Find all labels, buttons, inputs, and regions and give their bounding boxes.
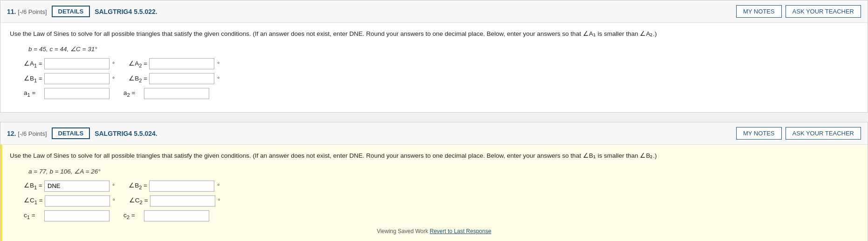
ask-teacher-button-12[interactable]: ASK YOUR TEACHER <box>786 127 861 140</box>
input-a2[interactable] <box>149 58 214 69</box>
problem-11-row-2: ∠B1 = ° ∠B2 = ° <box>24 73 858 84</box>
problem-12-row-1: ∠B1 = ° ∠B2 = ° <box>24 181 858 192</box>
field-group-12-b1: ∠B1 = ° <box>24 181 115 192</box>
problem-11-header: 11. [-/6 Points] DETAILS SALGTRIG4 5.5.0… <box>0 0 868 23</box>
problem-12-body: Use the Law of Sines to solve for all po… <box>0 145 868 241</box>
input-12-b1[interactable] <box>44 181 109 192</box>
unit-12-c2: ° <box>218 197 220 204</box>
field-group-a1: ∠A1 = ° <box>24 58 115 69</box>
input-b1[interactable] <box>44 73 109 84</box>
problem-12-code: SALGTRIG4 5.5.024. <box>95 130 736 137</box>
problem-12-fields: ∠B1 = ° ∠B2 = ° ∠C1 = ° ∠C2 = <box>24 181 858 221</box>
input-12-cv2[interactable] <box>144 210 209 221</box>
problem-12-number: 12. [-/6 Points] <box>7 130 47 137</box>
input-av2[interactable] <box>144 88 209 99</box>
revert-link[interactable]: Revert to Last Response <box>430 228 491 234</box>
unit-12-b2: ° <box>217 182 219 189</box>
problem-11-header-buttons: MY NOTES ASK YOUR TEACHER <box>736 5 861 18</box>
details-button-11[interactable]: DETAILS <box>52 6 90 17</box>
input-b2[interactable] <box>149 73 214 84</box>
field-group-av1: a1 = <box>24 88 109 99</box>
label-a1: ∠A1 = <box>24 60 42 68</box>
field-group-av2: a2 = <box>123 88 209 99</box>
viewing-saved-work: Viewing Saved Work Revert to Last Respon… <box>10 228 858 234</box>
spacer2 <box>0 118 868 122</box>
my-notes-button-12[interactable]: MY NOTES <box>736 127 782 140</box>
field-group-12-c1: ∠C1 = ° <box>24 195 115 207</box>
ask-teacher-button-11[interactable]: ASK YOUR TEACHER <box>786 5 861 18</box>
field-group-12-cv1: c1 = <box>24 210 109 221</box>
label-12-cv1: c1 = <box>24 212 42 220</box>
input-12-cv1[interactable] <box>44 210 109 221</box>
field-group-b2: ∠B2 = ° <box>129 73 219 84</box>
label-b2: ∠B2 = <box>129 74 147 83</box>
problem-12-header-buttons: MY NOTES ASK YOUR TEACHER <box>736 127 861 140</box>
unit-12-b1: ° <box>112 182 115 189</box>
label-12-c1: ∠C1 = <box>24 196 43 205</box>
problem-11-row-3: a1 = a2 = <box>24 88 858 99</box>
problem-11-body: Use the Law of Sines to solve for all po… <box>0 23 868 112</box>
problem-11-code: SALGTRIG4 5.5.022. <box>95 8 736 15</box>
unit-a1: ° <box>112 60 115 67</box>
problem-11-instructions: Use the Law of Sines to solve for all po… <box>10 29 858 39</box>
label-av2: a2 = <box>123 89 142 98</box>
label-12-b1: ∠B1 = <box>24 181 42 190</box>
spacer <box>0 113 868 118</box>
problem-12-row-3: c1 = c2 = <box>24 210 858 221</box>
input-12-c1[interactable] <box>45 195 110 207</box>
field-group-12-b2: ∠B2 = ° <box>129 181 219 192</box>
problem-11-fields: ∠A1 = ° ∠A2 = ° ∠B1 = ° ∠B2 = <box>24 58 858 99</box>
field-group-12-cv2: c2 = <box>123 210 209 221</box>
unit-12-c1: ° <box>113 197 115 204</box>
unit-a2: ° <box>217 60 219 67</box>
problem-11-given: b = 45, c = 44, ∠C = 31° <box>28 45 858 53</box>
label-b1: ∠B1 = <box>24 74 42 83</box>
my-notes-button-11[interactable]: MY NOTES <box>736 5 782 18</box>
label-12-cv2: c2 = <box>123 212 142 220</box>
details-button-12[interactable]: DETAILS <box>52 127 90 139</box>
label-12-b2: ∠B2 = <box>129 181 147 190</box>
field-group-a2: ∠A2 = ° <box>129 58 219 69</box>
label-12-c2: ∠C2 = <box>129 196 148 205</box>
label-a2: ∠A2 = <box>129 60 147 68</box>
unit-b2: ° <box>217 75 219 82</box>
problem-12-row-2: ∠C1 = ° ∠C2 = ° <box>24 195 858 207</box>
problem-12-given: a = 77, b = 106, ∠A = 26° <box>28 167 858 175</box>
problem-11-number: 11. [-/6 Points] <box>7 8 47 15</box>
problem-11-row-1: ∠A1 = ° ∠A2 = ° <box>24 58 858 69</box>
problem-12-instructions: Use the Law of Sines to solve for all po… <box>10 151 858 161</box>
input-12-c2[interactable] <box>150 195 215 207</box>
field-group-12-c2: ∠C2 = ° <box>129 195 220 207</box>
label-av1: a1 = <box>24 89 42 98</box>
problem-12-header: 12. [-/6 Points] DETAILS SALGTRIG4 5.5.0… <box>0 122 868 145</box>
problem-12: 12. [-/6 Points] DETAILS SALGTRIG4 5.5.0… <box>0 122 868 241</box>
input-12-b2[interactable] <box>149 181 214 192</box>
unit-b1: ° <box>112 75 115 82</box>
problem-11: 11. [-/6 Points] DETAILS SALGTRIG4 5.5.0… <box>0 0 868 113</box>
field-group-b1: ∠B1 = ° <box>24 73 115 84</box>
input-a1[interactable] <box>44 58 109 69</box>
input-av1[interactable] <box>44 88 109 99</box>
